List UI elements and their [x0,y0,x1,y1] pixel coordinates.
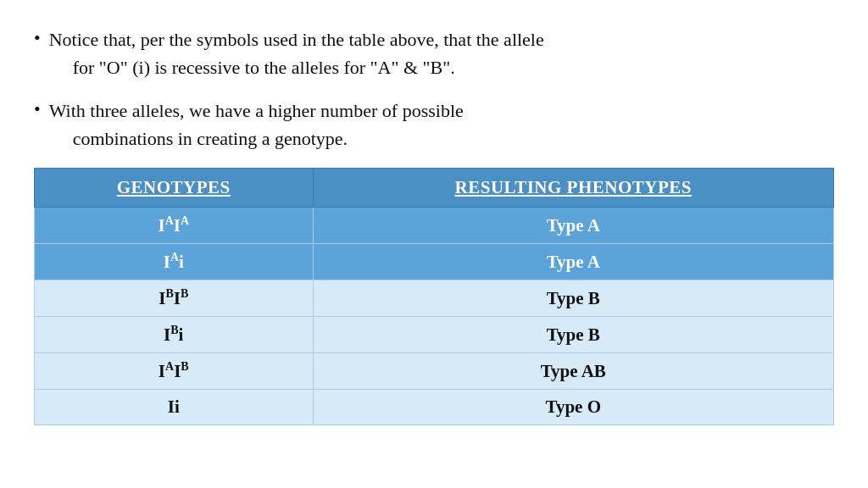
table-row: IBIBType B [35,280,834,317]
bullet-dot-1: • [34,27,41,49]
phenotype-cell: Type A [313,244,833,280]
genotype-cell: IAi [35,244,314,280]
bullet-line1-1: Notice that, per the symbols used in the… [49,25,544,53]
table-row: IAIBType AB [35,353,834,390]
phenotype-cell: Type A [313,208,833,244]
bullet-item-2: • With three alleles, we have a higher n… [34,97,834,152]
phenotype-cell: Type AB [313,353,833,390]
phenotype-cell: Type B [313,317,833,353]
bullet-section-2: • With three alleles, we have a higher n… [34,97,834,152]
bullet-section-1: • Notice that, per the symbols used in t… [34,25,834,81]
table-row: IAiType A [35,244,834,280]
table-row: IiType O [35,390,834,425]
bullet-line2-1: for "O" (i) is recessive to the alleles … [49,53,544,81]
table-row: IBiType B [35,317,834,353]
genotype-cell: IAIA [35,208,314,244]
genotype-cell: IBIB [35,280,314,317]
bullet-dot-2: • [34,98,41,120]
table-header-row: GENOTYPES RESULTING PHENOTYPES [35,169,834,208]
col-header-genotypes: GENOTYPES [35,169,314,208]
genotype-table: GENOTYPES RESULTING PHENOTYPES IAIAType … [34,168,834,425]
table-row: IAIAType A [35,208,834,244]
bullet-text-2: With three alleles, we have a higher num… [49,97,464,152]
bullet-line1-2: With three alleles, we have a higher num… [49,97,464,125]
col-header-phenotypes: RESULTING PHENOTYPES [313,169,833,208]
genotype-cell: Ii [35,390,314,425]
bullet-text-1: Notice that, per the symbols used in the… [49,25,544,81]
bullet-item-1: • Notice that, per the symbols used in t… [34,25,834,81]
bullet-line2-2: combinations in creating a genotype. [49,125,464,152]
phenotype-cell: Type B [313,280,833,317]
genotype-cell: IAIB [35,353,314,390]
phenotype-cell: Type O [313,390,833,425]
genotype-cell: IBi [35,317,314,353]
